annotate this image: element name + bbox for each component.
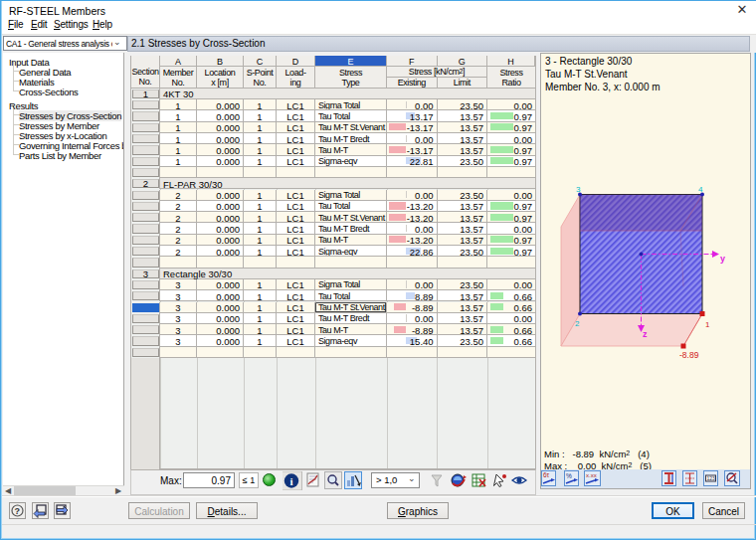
svg-text:123: 123 [707, 475, 716, 481]
svg-text:y: y [720, 254, 725, 264]
svg-text:-8.89: -8.89 [679, 350, 699, 360]
svg-text:z: z [643, 329, 648, 339]
svg-text:x.xx: x.xx [586, 472, 597, 478]
svg-text:4: 4 [698, 185, 703, 194]
svg-text:%: % [566, 472, 572, 479]
svg-text:3: 3 [576, 185, 581, 194]
svg-text:2: 2 [575, 319, 580, 328]
svg-text:?: ? [15, 506, 21, 516]
svg-text:i: i [289, 475, 292, 487]
svg-text:1: 1 [705, 320, 710, 329]
svg-text:6τ: 6τ [543, 471, 550, 478]
